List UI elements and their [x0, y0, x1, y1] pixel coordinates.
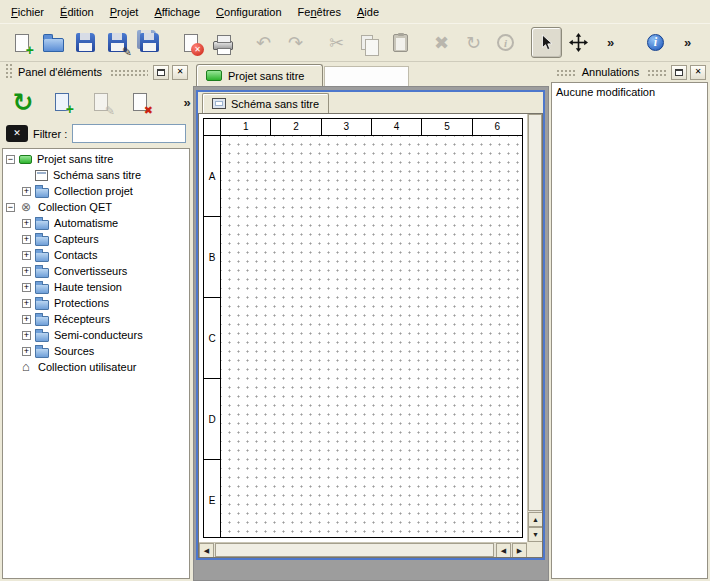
tree-item[interactable]: +Capteurs: [3, 231, 189, 247]
dock-close-button[interactable]: [172, 65, 188, 80]
expand-icon[interactable]: +: [22, 299, 31, 308]
menu-fenetres[interactable]: Fenêtres: [290, 2, 349, 22]
redo-button[interactable]: ↷: [280, 27, 311, 58]
tab-project-sans-titre[interactable]: Projet sans titre: [196, 64, 323, 86]
vertical-scroll-thumb[interactable]: [528, 114, 542, 511]
paste-button[interactable]: [385, 27, 416, 58]
drawing-grid[interactable]: [221, 136, 522, 537]
undo-icon: ↶: [248, 27, 279, 58]
collapse-icon[interactable]: −: [6, 203, 15, 212]
cut-button[interactable]: ✂: [321, 27, 352, 58]
workspace: Projet sans titre Schéma sans titre 1234…: [193, 62, 549, 581]
tree-item[interactable]: +Automatisme: [3, 215, 189, 231]
dock-float-button[interactable]: [153, 65, 169, 80]
tab-schema-sans-titre[interactable]: Schéma sans titre: [202, 93, 329, 113]
menu-edition[interactable]: Édition: [52, 2, 102, 22]
menu-configuration[interactable]: Configuration: [208, 2, 289, 22]
toolbar-overflow-right-button[interactable]: »: [672, 27, 703, 58]
scroll-right-button[interactable]: [512, 543, 527, 558]
about-qet-button[interactable]: i: [640, 27, 671, 58]
vertical-scrollbar[interactable]: [527, 114, 542, 542]
collapse-icon[interactable]: −: [6, 155, 15, 164]
scroll-left-button[interactable]: [199, 543, 214, 558]
expand-icon[interactable]: +: [22, 315, 31, 324]
menu-affichage[interactable]: Affichage: [146, 2, 208, 22]
copy-button[interactable]: [353, 27, 384, 58]
expand-icon[interactable]: +: [22, 219, 31, 228]
expand-icon[interactable]: +: [22, 331, 31, 340]
qelectrotech-window: { "colors": { "window_bg": "#ece9d8", "m…: [0, 0, 710, 581]
tree-item[interactable]: −Projet sans titre: [3, 151, 189, 167]
print-button[interactable]: [207, 27, 238, 58]
tree-item-label: Semi-conducteurs: [53, 329, 143, 341]
undo-button[interactable]: ↶: [248, 27, 279, 58]
tree-item[interactable]: +Protections: [3, 295, 189, 311]
new-element-button[interactable]: +: [47, 87, 77, 117]
tree-item[interactable]: +Collection projet: [3, 183, 189, 199]
toolbar-overflow-button[interactable]: »: [595, 27, 626, 58]
expand-icon[interactable]: +: [22, 283, 31, 292]
pan-mode-button[interactable]: [563, 27, 594, 58]
select-arrow-icon: [532, 28, 561, 57]
save-as-button[interactable]: ✎: [102, 27, 133, 58]
dock-grip[interactable]: [555, 68, 575, 76]
menu-projet[interactable]: Projet: [102, 2, 147, 22]
mdi-area: Schéma sans titre 123456 ABCDE: [193, 86, 549, 581]
expand-icon[interactable]: +: [22, 235, 31, 244]
tree-item[interactable]: +Contacts: [3, 247, 189, 263]
horizontal-scroll-thumb[interactable]: [215, 543, 494, 557]
expand-icon[interactable]: +: [22, 187, 31, 196]
tree-item[interactable]: +Haute tension: [3, 279, 189, 295]
save-all-button[interactable]: [134, 27, 165, 58]
reload-collections-button[interactable]: ↻: [8, 87, 38, 117]
undo-panel-titlebar[interactable]: Annulations: [551, 62, 708, 82]
elements-panel-titlebar[interactable]: Panel d'éléments: [2, 62, 190, 82]
tree-item[interactable]: +Semi-conducteurs: [3, 327, 189, 343]
dock-float-button[interactable]: [671, 65, 687, 80]
menubar: FichierÉditionProjetAffichageConfigurati…: [0, 0, 710, 24]
delete-button[interactable]: ✖: [426, 27, 457, 58]
tree-item[interactable]: +Convertisseurs: [3, 263, 189, 279]
elements-panel-dock: Panel d'éléments ↻+✎✖» Filtrer : −Projet…: [0, 62, 193, 581]
expand-icon[interactable]: +: [22, 347, 31, 356]
paste-icon: [385, 27, 416, 58]
info-button[interactable]: i: [490, 27, 521, 58]
print-icon: [207, 27, 238, 58]
tree-item[interactable]: +Sources: [3, 343, 189, 359]
scroll-left-button-2[interactable]: [496, 543, 511, 558]
filter-input[interactable]: [72, 124, 186, 143]
save-button[interactable]: [70, 27, 101, 58]
new-file-button[interactable]: +: [6, 27, 37, 58]
folder-icon: [35, 236, 49, 246]
tree-item[interactable]: Collection utilisateur: [3, 359, 189, 375]
folder-icon: [35, 284, 49, 294]
menu-aide[interactable]: Aide: [349, 2, 387, 22]
select-mode-button[interactable]: [531, 27, 562, 58]
row-header: B: [204, 217, 220, 298]
expand-icon[interactable]: +: [22, 267, 31, 276]
delete-icon: ✖: [426, 27, 457, 58]
tree-item[interactable]: −Collection QET: [3, 199, 189, 215]
dock-grip[interactable]: [109, 68, 148, 76]
rotate-button[interactable]: ↻: [458, 27, 489, 58]
tree-item[interactable]: +Récepteurs: [3, 311, 189, 327]
open-file-button[interactable]: [38, 27, 69, 58]
close-file-button[interactable]: ✕: [175, 27, 206, 58]
schema-canvas[interactable]: 123456 ABCDE: [199, 114, 527, 542]
scroll-down-button[interactable]: [528, 527, 543, 542]
undo-list[interactable]: Aucune modification: [551, 82, 708, 579]
scroll-up-button[interactable]: [528, 512, 543, 527]
tree-item-label: Collection utilisateur: [37, 361, 136, 373]
column-header: 4: [372, 119, 422, 135]
clear-filter-button[interactable]: [6, 125, 28, 142]
horizontal-scrollbar[interactable]: [199, 542, 527, 557]
dock-grip[interactable]: [646, 68, 666, 76]
dock-grip[interactable]: [4, 64, 13, 80]
project-tabbar: Projet sans titre: [193, 62, 549, 86]
expand-icon[interactable]: +: [22, 251, 31, 260]
dock-close-button[interactable]: [690, 65, 706, 80]
delete-element-button[interactable]: ✖: [125, 87, 155, 117]
menu-fichier[interactable]: Fichier: [3, 2, 52, 22]
tree-item[interactable]: Schéma sans titre: [3, 167, 189, 183]
edit-element-button[interactable]: ✎: [86, 87, 116, 117]
